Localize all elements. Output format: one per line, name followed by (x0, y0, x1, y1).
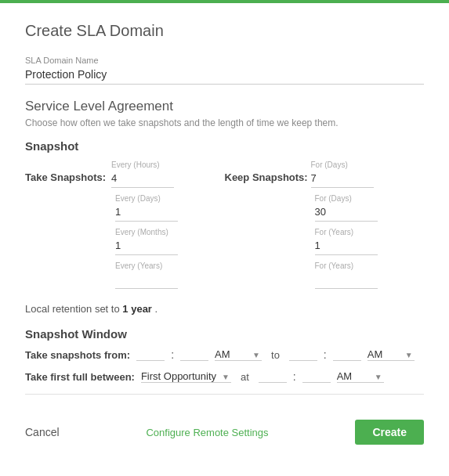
keep-years2-field: For (Years) (315, 261, 425, 289)
take-years-field: Every (Years) (115, 261, 225, 289)
take-months-field: Every (Months) (115, 228, 225, 255)
to-label: to (271, 349, 280, 361)
take-days-label: Every (Days) (115, 194, 225, 203)
first-full-wrapper[interactable]: First Opportunity ▼ (141, 370, 231, 383)
service-level-desc: Choose how often we take snapshots and t… (25, 117, 424, 128)
keep-years-field: For (Years) (315, 228, 425, 255)
take-hours-label: Every (Hours) (111, 160, 174, 169)
to-hour-input[interactable] (289, 348, 317, 361)
take-from-label: Take snapshots from: (25, 349, 130, 361)
snapshot-window-title: Snapshot Window (25, 327, 424, 341)
take-snapshots-from-row: Take snapshots from: : AM PM ▼ to : AM P… (25, 348, 424, 361)
take-years-input[interactable] (115, 272, 178, 289)
at-label: at (241, 371, 249, 383)
keep-snapshots-label: Keep Snapshots: (225, 171, 311, 188)
dialog-title: Create SLA Domain (25, 22, 424, 40)
first-full-label: Take first full between: (25, 371, 135, 383)
keep-days-field: For (Days) (311, 160, 374, 188)
keep-years2-input[interactable] (315, 272, 378, 289)
from-ampm-select[interactable]: AM PM (215, 348, 262, 361)
cancel-button[interactable]: Cancel (25, 426, 60, 438)
keep-years-label: For (Years) (315, 228, 425, 236)
take-hours-field: Every (Hours) (111, 160, 174, 188)
take-days-input[interactable] (115, 204, 178, 222)
to-min-input[interactable] (333, 348, 361, 361)
take-snapshots-label: Take Snapshots: (25, 171, 111, 188)
keep-days-input[interactable] (311, 171, 374, 188)
retention-text: Local retention set to 1 year . (25, 303, 424, 315)
to-ampm-wrapper[interactable]: AM PM ▼ (368, 348, 415, 361)
to-ampm-select[interactable]: AM PM (368, 348, 415, 361)
take-hours-input[interactable] (111, 171, 174, 188)
first-full-min-input[interactable] (302, 370, 331, 383)
take-days-field: Every (Days) (115, 194, 225, 222)
keep-days2-label: For (Days) (315, 194, 425, 203)
create-sla-dialog: Create SLA Domain SLA Domain Name Servic… (0, 0, 449, 476)
from-min-input[interactable] (180, 348, 208, 361)
first-full-select[interactable]: First Opportunity (141, 370, 231, 383)
dialog-footer: Cancel Configure Remote Settings Create (25, 410, 424, 445)
create-button[interactable]: Create (355, 420, 424, 445)
sla-domain-name-label: SLA Domain Name (25, 56, 424, 65)
retention-bold: 1 year (122, 303, 152, 315)
from-hour-input[interactable] (136, 348, 165, 361)
keep-days-label: For (Days) (311, 160, 374, 169)
keep-days2-field: For (Days) (315, 194, 425, 222)
sla-domain-name-group: SLA Domain Name (25, 56, 424, 85)
take-first-full-row: Take first full between: First Opportuni… (25, 370, 424, 383)
snapshot-title: Snapshot (25, 139, 424, 153)
first-full-ampm-select[interactable]: AM PM (337, 370, 384, 383)
service-level-title: Service Level Agreement (25, 99, 424, 114)
sla-domain-name-input[interactable] (25, 67, 424, 85)
keep-years2-label: For (Years) (315, 261, 425, 270)
take-months-input[interactable] (115, 238, 178, 255)
first-full-hour-input[interactable] (259, 370, 287, 383)
footer-divider (25, 394, 424, 395)
first-full-ampm-wrapper[interactable]: AM PM ▼ (337, 370, 384, 383)
take-years-label: Every (Years) (115, 261, 225, 270)
configure-remote-settings-link[interactable]: Configure Remote Settings (146, 427, 268, 438)
keep-years-input[interactable] (315, 238, 378, 255)
from-ampm-wrapper[interactable]: AM PM ▼ (215, 348, 262, 361)
take-months-label: Every (Months) (115, 228, 225, 236)
keep-days2-input[interactable] (315, 204, 378, 222)
